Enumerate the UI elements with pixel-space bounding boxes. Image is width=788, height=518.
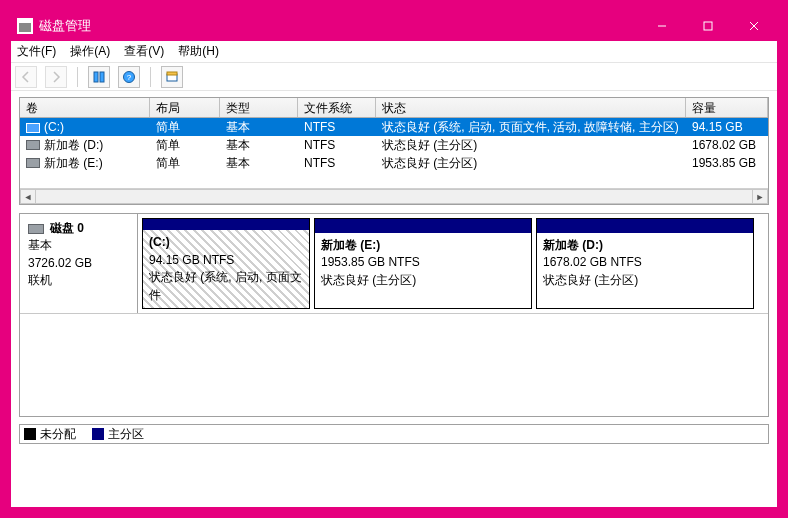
header-type[interactable]: 类型 bbox=[220, 98, 298, 117]
disk-row: 磁盘 0 基本 3726.02 GB 联机 (C:)94.15 GB NTFS状… bbox=[20, 214, 768, 314]
minimize-button[interactable] bbox=[639, 11, 685, 41]
disk-type: 基本 bbox=[28, 237, 129, 254]
menu-view[interactable]: 查看(V) bbox=[124, 43, 164, 60]
window-title: 磁盘管理 bbox=[39, 17, 639, 35]
toolbar-separator-2 bbox=[150, 67, 151, 87]
app-icon bbox=[17, 18, 33, 34]
legend-unallocated: 未分配 bbox=[24, 426, 76, 443]
drive-icon bbox=[26, 123, 40, 133]
volume-block[interactable]: 新加卷 (D:)1678.02 GB NTFS状态良好 (主分区) bbox=[536, 218, 754, 309]
toolbar-separator bbox=[77, 67, 78, 87]
svg-rect-9 bbox=[167, 72, 177, 75]
svg-rect-1 bbox=[704, 22, 712, 30]
menu-action[interactable]: 操作(A) bbox=[70, 43, 110, 60]
volume-header-bar bbox=[143, 219, 309, 230]
titlebar[interactable]: 磁盘管理 bbox=[11, 11, 777, 41]
swatch-unallocated bbox=[24, 428, 36, 440]
menu-help[interactable]: 帮助(H) bbox=[178, 43, 219, 60]
volume-table-header: 卷 布局 类型 文件系统 状态 容量 bbox=[20, 98, 768, 118]
disk-state: 联机 bbox=[28, 272, 129, 289]
disk-info[interactable]: 磁盘 0 基本 3726.02 GB 联机 bbox=[20, 214, 138, 313]
disk-map-pane: 磁盘 0 基本 3726.02 GB 联机 (C:)94.15 GB NTFS状… bbox=[19, 213, 769, 417]
window: 磁盘管理 文件(F) 操作(A) 查看(V) 帮助(H) bbox=[10, 10, 778, 508]
disk-size: 3726.02 GB bbox=[28, 255, 129, 272]
legend: 未分配 主分区 bbox=[19, 424, 769, 444]
maximize-button[interactable] bbox=[685, 11, 731, 41]
back-button[interactable] bbox=[15, 66, 37, 88]
scroll-left-icon[interactable]: ◄ bbox=[20, 189, 36, 204]
disk-map-empty bbox=[20, 314, 768, 416]
header-capacity[interactable]: 容量 bbox=[686, 98, 768, 117]
svg-rect-5 bbox=[100, 72, 104, 82]
volume-list-pane: 卷 布局 类型 文件系统 状态 容量 (C:)简单基本NTFS状态良好 (系统,… bbox=[19, 97, 769, 205]
drive-icon bbox=[26, 158, 40, 168]
volume-table-body: (C:)简单基本NTFS状态良好 (系统, 启动, 页面文件, 活动, 故障转储… bbox=[20, 118, 768, 188]
header-status[interactable]: 状态 bbox=[376, 98, 686, 117]
wizard-button[interactable] bbox=[161, 66, 183, 88]
legend-primary: 主分区 bbox=[92, 426, 144, 443]
forward-button[interactable] bbox=[45, 66, 67, 88]
menubar: 文件(F) 操作(A) 查看(V) 帮助(H) bbox=[11, 41, 777, 63]
header-layout[interactable]: 布局 bbox=[150, 98, 220, 117]
horizontal-scrollbar[interactable]: ◄ ► bbox=[20, 188, 768, 204]
scroll-right-icon[interactable]: ► bbox=[752, 189, 768, 204]
disk-volume-map: (C:)94.15 GB NTFS状态良好 (系统, 启动, 页面文件新加卷 (… bbox=[138, 214, 768, 313]
disk-name: 磁盘 0 bbox=[50, 221, 84, 235]
volume-block[interactable]: (C:)94.15 GB NTFS状态良好 (系统, 启动, 页面文件 bbox=[142, 218, 310, 309]
swatch-primary bbox=[92, 428, 104, 440]
drive-icon bbox=[26, 140, 40, 150]
close-button[interactable] bbox=[731, 11, 777, 41]
window-buttons bbox=[639, 11, 777, 41]
volume-block[interactable]: 新加卷 (E:)1953.85 GB NTFS状态良好 (主分区) bbox=[314, 218, 532, 309]
volume-header-bar bbox=[315, 219, 531, 233]
scroll-track[interactable] bbox=[36, 189, 752, 204]
content-area: 卷 布局 类型 文件系统 状态 容量 (C:)简单基本NTFS状态良好 (系统,… bbox=[11, 91, 777, 507]
volume-header-bar bbox=[537, 219, 753, 233]
table-row[interactable]: 新加卷 (E:)简单基本NTFS状态良好 (主分区)1953.85 GB bbox=[20, 154, 768, 172]
header-filesystem[interactable]: 文件系统 bbox=[298, 98, 376, 117]
header-volume[interactable]: 卷 bbox=[20, 98, 150, 117]
menu-file[interactable]: 文件(F) bbox=[17, 43, 56, 60]
disk-icon bbox=[28, 224, 44, 234]
table-row[interactable]: (C:)简单基本NTFS状态良好 (系统, 启动, 页面文件, 活动, 故障转储… bbox=[20, 118, 768, 136]
svg-text:?: ? bbox=[127, 73, 132, 82]
toolbar: ? bbox=[11, 63, 777, 91]
help-button[interactable]: ? bbox=[118, 66, 140, 88]
table-row[interactable]: 新加卷 (D:)简单基本NTFS状态良好 (主分区)1678.02 GB bbox=[20, 136, 768, 154]
refresh-button[interactable] bbox=[88, 66, 110, 88]
svg-rect-4 bbox=[94, 72, 98, 82]
